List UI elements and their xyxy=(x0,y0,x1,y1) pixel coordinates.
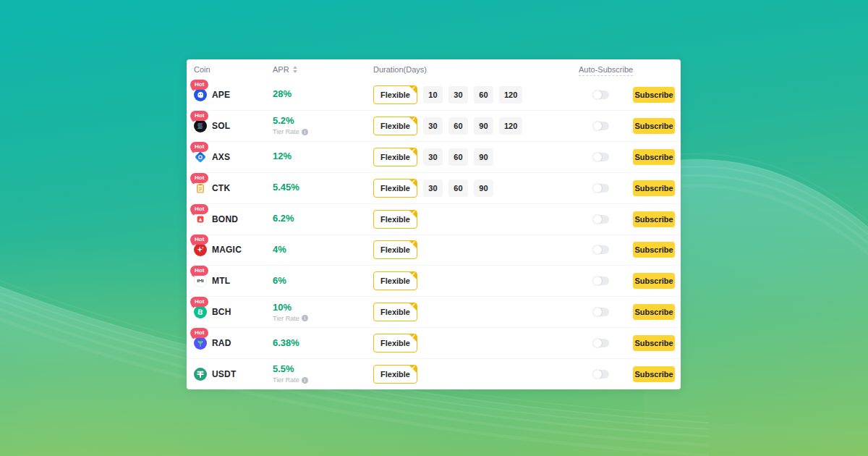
auto-subscribe-toggle[interactable] xyxy=(593,339,609,347)
flexible-button[interactable]: Flexible✓ xyxy=(373,148,417,166)
auto-subscribe-toggle[interactable] xyxy=(593,215,609,224)
subscribe-button[interactable]: Subscribe xyxy=(633,304,675,320)
hot-badge: Hot xyxy=(190,297,208,307)
header-apr[interactable]: APR xyxy=(273,65,373,74)
duration-chip[interactable]: 30 xyxy=(423,148,443,166)
subscribe-button[interactable]: Subscribe xyxy=(633,118,675,134)
auto-subscribe-toggle[interactable] xyxy=(593,122,609,130)
auto-subscribe-toggle[interactable] xyxy=(593,308,609,316)
axs-icon: Hot xyxy=(194,151,207,164)
auto-subscribe-toggle[interactable] xyxy=(593,245,609,254)
auto-subscribe-toggle[interactable] xyxy=(593,184,609,193)
auto-subscribe-cell xyxy=(579,245,629,254)
duration-cell: Flexible✓ 306090 xyxy=(373,148,579,166)
ctk-icon: Hot xyxy=(194,182,207,195)
flexible-button[interactable]: Flexible✓ xyxy=(373,240,417,259)
flexible-button[interactable]: Flexible✓ xyxy=(373,179,417,198)
table-row: Hot APE 28% Flexible✓ 103060120 Subscrib… xyxy=(187,80,681,111)
flexible-button[interactable]: Flexible✓ xyxy=(373,210,417,229)
magic-icon: Hot xyxy=(194,243,207,256)
coin-label: APE xyxy=(212,90,230,100)
duration-chip[interactable]: 10 xyxy=(423,86,443,104)
duration-chip[interactable]: 90 xyxy=(474,148,493,166)
duration-chip[interactable]: 90 xyxy=(474,180,493,197)
auto-subscribe-cell xyxy=(579,276,629,285)
flexible-button[interactable]: Flexible✓ xyxy=(373,303,417,321)
flexible-button[interactable]: Flexible✓ xyxy=(373,85,417,104)
info-icon[interactable]: i xyxy=(302,315,308,321)
subscribe-button[interactable]: Subscribe xyxy=(633,180,675,196)
auto-subscribe-toggle[interactable] xyxy=(593,370,609,379)
info-icon[interactable]: i xyxy=(302,377,308,384)
flexible-button[interactable]: Flexible✓ xyxy=(373,334,417,352)
apr-value: 4% xyxy=(273,245,373,256)
table-row: HotB BCH 10%Tier Ratei Flexible✓ Subscri… xyxy=(187,297,681,328)
auto-subscribe-toggle[interactable] xyxy=(593,153,609,161)
subscribe-button[interactable]: Subscribe xyxy=(633,211,675,227)
ape-icon: Hot xyxy=(194,88,207,101)
subscribe-button[interactable]: Subscribe xyxy=(633,366,675,382)
info-icon[interactable]: i xyxy=(302,129,308,135)
duration-cell: Flexible✓ xyxy=(373,240,579,259)
duration-chip[interactable]: 60 xyxy=(448,148,468,166)
duration-chip[interactable]: 60 xyxy=(474,86,493,104)
table-row: Hot SOL 5.2%Tier Ratei Flexible✓ 3060901… xyxy=(187,111,681,142)
duration-chip[interactable]: 60 xyxy=(448,180,468,197)
duration-chip[interactable]: 120 xyxy=(499,86,522,104)
auto-subscribe-cell xyxy=(579,308,629,316)
hot-badge: Hot xyxy=(190,266,208,276)
subscribe-button[interactable]: Subscribe xyxy=(633,242,675,258)
duration-cell: Flexible✓ xyxy=(373,210,579,229)
apr-cell: 5.5%Tier Ratei xyxy=(273,364,373,384)
coin-label: RAD xyxy=(212,338,231,348)
check-icon: ✓ xyxy=(412,117,416,122)
apr-value: 10% xyxy=(273,303,373,313)
duration-chip[interactable]: 30 xyxy=(423,117,443,135)
flexible-button[interactable]: Flexible✓ xyxy=(373,271,417,290)
table-row: USDT 5.5%Tier Ratei Flexible✓ Subscribe xyxy=(187,359,681,389)
apr-value: 5.2% xyxy=(273,116,373,127)
duration-chip[interactable]: 30 xyxy=(423,180,443,197)
sort-icon[interactable] xyxy=(293,66,297,73)
subscribe-button[interactable]: Subscribe xyxy=(633,87,675,103)
coin-cell: Hot RAD xyxy=(194,337,273,350)
subscribe-button[interactable]: Subscribe xyxy=(633,273,675,289)
auto-subscribe-toggle[interactable] xyxy=(593,90,609,99)
check-icon: ✓ xyxy=(412,240,416,246)
duration-chip[interactable]: 30 xyxy=(448,86,468,104)
coin-cell: USDT xyxy=(194,368,273,381)
coin-cell: Hot APE xyxy=(194,88,273,101)
duration-cell: Flexible✓ xyxy=(373,334,579,352)
tier-rate-label: Tier Ratei xyxy=(273,128,373,135)
coin-label: USDT xyxy=(212,369,236,379)
flexible-button[interactable]: Flexible✓ xyxy=(373,365,417,384)
action-cell: Subscribe xyxy=(629,118,675,134)
tier-rate-label: Tier Ratei xyxy=(273,315,373,322)
auto-subscribe-cell xyxy=(579,153,629,161)
subscribe-button[interactable]: Subscribe xyxy=(633,149,675,165)
hot-badge: Hot xyxy=(190,173,208,183)
subscribe-button[interactable]: Subscribe xyxy=(633,335,675,351)
table-row: Hot MAGIC 4% Flexible✓ Subscribe xyxy=(187,235,681,266)
duration-chip[interactable]: 120 xyxy=(499,117,522,135)
sol-icon: Hot xyxy=(194,119,207,132)
auto-subscribe-toggle[interactable] xyxy=(593,276,609,285)
apr-value: 6.2% xyxy=(273,214,373,224)
auto-subscribe-cell xyxy=(579,215,629,224)
mtl-icon: Hot xyxy=(194,274,207,287)
coin-label: MAGIC xyxy=(212,245,242,255)
auto-subscribe-cell xyxy=(579,184,629,193)
check-icon: ✓ xyxy=(412,303,416,308)
bch-icon: HotB xyxy=(194,305,207,318)
flexible-button[interactable]: Flexible✓ xyxy=(373,117,417,135)
duration-cell: Flexible✓ xyxy=(373,271,579,290)
auto-subscribe-cell xyxy=(579,370,629,379)
check-icon: ✓ xyxy=(412,179,416,185)
action-cell: Subscribe xyxy=(629,273,675,289)
apr-cell: 6.38% xyxy=(273,338,373,349)
hot-badge: Hot xyxy=(190,204,208,214)
auto-subscribe-cell xyxy=(579,122,629,130)
duration-cell: Flexible✓ 306090 xyxy=(373,179,579,198)
duration-chip[interactable]: 90 xyxy=(474,117,493,135)
duration-chip[interactable]: 60 xyxy=(448,117,468,135)
